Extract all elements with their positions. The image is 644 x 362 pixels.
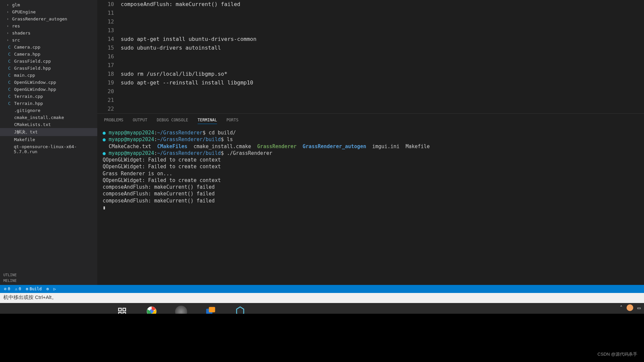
timeline-section[interactable]: MELINE [3,278,94,284]
file-explorer: ›glm ›GPUEngine ›GrassRenderer_autogen ›… [0,0,97,285]
folder-gpuengine[interactable]: ›GPUEngine [0,8,97,15]
folder-src[interactable]: ›src [0,37,97,44]
status-warnings[interactable]: ⚠ 0 [15,287,21,291]
panel-tabs: PROBLEMS OUTPUT DEBUG CONSOLE TERMINAL P… [97,113,644,127]
svg-rect-7 [209,307,215,312]
folder-res[interactable]: ›res [0,22,97,29]
vm-hint-bar: 机中移出或按 Ctrl+Alt。 [0,293,644,303]
bottom-panel: PROBLEMS OUTPUT DEBUG CONSOLE TERMINAL P… [97,113,644,285]
file-camera-cpp[interactable]: CCamera.cpp [0,44,97,51]
file-terrain-hpp[interactable]: CTerrain.hpp [0,100,97,107]
tray-chevron-icon[interactable]: ˄ [620,305,623,311]
code-content[interactable]: composeAndFlush: makeCurrent() failed su… [121,0,644,113]
file-main-cpp[interactable]: Cmain.cpp [0,72,97,79]
terminal-output[interactable]: ● myapp@myapp2024:~/GrassRenderer$ cd bu… [97,127,644,285]
outline-section[interactable]: UTLINE [3,272,94,278]
system-tray: ˄ ▭ [620,304,641,311]
tray-battery-icon[interactable]: ▭ [637,305,641,311]
tray-user-icon[interactable] [627,304,633,311]
tab-ports[interactable]: PORTS [226,116,238,124]
file-makefile[interactable]: Makefile [0,136,97,143]
folder-glm[interactable]: ›glm [0,1,97,8]
photo-black-border [0,314,644,362]
file-gitignore[interactable]: .gitignore [0,107,97,114]
svg-rect-1 [123,308,125,311]
file-grassfield-cpp[interactable]: CGrassField.cpp [0,58,97,65]
file-camera-hpp[interactable]: CCamera.hpp [0,51,97,58]
file-openglwindow-cpp[interactable]: COpenGLWindow.cpp [0,79,97,86]
file-openglwindow-hpp[interactable]: COpenGLWindow.hpp [0,86,97,93]
tab-output[interactable]: OUTPUT [133,116,147,124]
file-cmake-install[interactable]: cmake_install.cmake [0,114,97,121]
line-gutter: 10111213141516171819202122 [97,0,121,113]
file-cmakelists[interactable]: CMakeLists.txt [0,121,97,128]
folder-shaders[interactable]: ›shaders [0,29,97,37]
file-jsolve-txt[interactable]: J解决。txt [0,128,97,136]
folder-grassrenderer-autogen[interactable]: ›GrassRenderer_autogen [0,15,97,22]
status-build[interactable]: ⚙ Build [26,287,42,291]
file-grassfield-hpp[interactable]: CGrassField.hpp [0,65,97,72]
status-play-icon[interactable]: ▷ [54,287,56,291]
tab-terminal[interactable]: TERMINAL [198,116,217,124]
status-bar: ⊘ 0 ⚠ 0 ⚙ Build ⚙ ▷ [0,285,644,293]
status-errors[interactable]: ⊘ 0 [4,287,10,291]
csdn-watermark: CSDN @源代码杀手 [597,351,637,357]
tab-problems[interactable]: PROBLEMS [104,116,123,124]
file-terrain-cpp[interactable]: CTerrain.cpp [0,93,97,100]
tab-debug-console[interactable]: DEBUG CONSOLE [157,116,188,124]
code-editor[interactable]: 10111213141516171819202122 composeAndFlu… [97,0,644,113]
svg-rect-0 [119,308,121,311]
status-gear-icon[interactable]: ⚙ [46,287,49,291]
file-qt-opensource[interactable]: qt-opensource-linux-x64-5.7.0.run [0,143,97,155]
